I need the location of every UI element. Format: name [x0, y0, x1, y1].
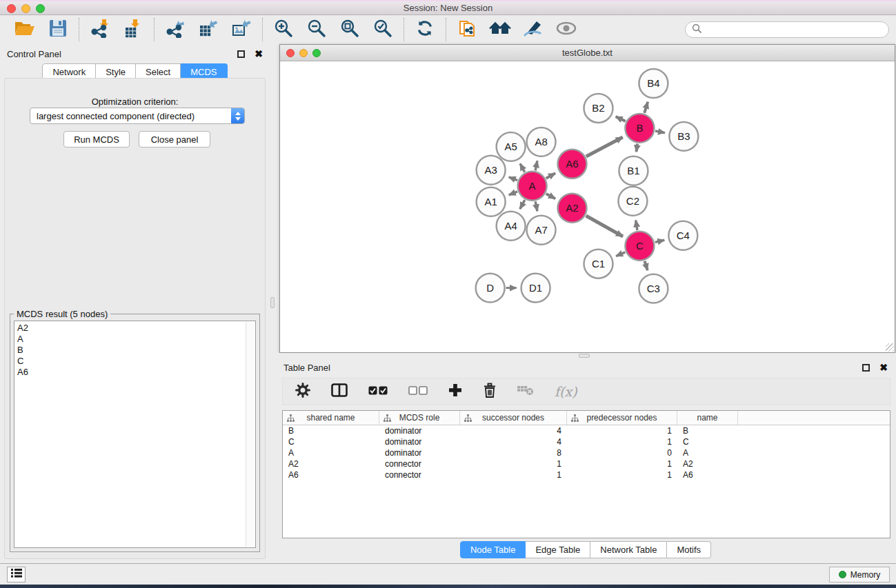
deselect-all-button[interactable]: [408, 385, 428, 398]
network-zoom-button[interactable]: [312, 49, 321, 57]
graph-edge-A-A1[interactable]: [509, 192, 517, 195]
close-window-button[interactable]: [7, 4, 16, 13]
graph-edge-C-C1[interactable]: [616, 252, 625, 256]
graph-node-B4[interactable]: B4: [639, 69, 668, 98]
graph-edge-A-A3[interactable]: [509, 177, 517, 181]
close-panel-icon[interactable]: ✖: [879, 363, 888, 372]
graph-edge-B-B4[interactable]: [644, 102, 648, 113]
graph-edge-B-B3[interactable]: [655, 131, 665, 133]
result-item-C[interactable]: C: [17, 356, 255, 367]
zoom-out-button[interactable]: [306, 19, 328, 40]
graph-node-A8[interactable]: A8: [527, 128, 556, 156]
column-header-name[interactable]: name: [677, 411, 738, 425]
graph-node-C1[interactable]: C1: [584, 250, 613, 278]
zoom-window-button[interactable]: [36, 4, 45, 13]
graph-node-B[interactable]: B: [625, 114, 654, 143]
graphics-details-button[interactable]: [522, 19, 544, 40]
network-minimize-button[interactable]: [299, 49, 308, 57]
table-row-A6[interactable]: A6connector11A6: [283, 469, 890, 480]
close-panel-button[interactable]: Close panel: [139, 131, 210, 148]
graph-node-C4[interactable]: C4: [668, 221, 697, 250]
graph-node-B2[interactable]: B2: [584, 94, 613, 123]
graph-edge-C-C2[interactable]: [636, 220, 637, 230]
graph-node-A7[interactable]: A7: [527, 216, 556, 245]
vertical-splitter[interactable]: [270, 44, 275, 563]
column-header-mcds-role[interactable]: MCDS role: [379, 411, 460, 425]
graph-edge-A-A4[interactable]: [520, 200, 525, 209]
window-resize-grip[interactable]: [886, 343, 894, 352]
graph-node-A4[interactable]: A4: [497, 212, 526, 241]
save-session-button[interactable]: [47, 19, 69, 40]
graph-edge-B-B1[interactable]: [636, 144, 637, 152]
network-overview-button[interactable]: [489, 19, 511, 40]
export-network-button[interactable]: [164, 19, 186, 40]
column-header-shared-name[interactable]: shared name: [283, 411, 379, 425]
graph-node-A2[interactable]: A2: [558, 194, 587, 223]
clone-network-button[interactable]: [456, 19, 478, 40]
graph-edge-A2-C[interactable]: [586, 216, 623, 236]
table-row-A[interactable]: Adominator80A: [283, 447, 890, 458]
table-row-A2[interactable]: A2connector11A2: [283, 458, 890, 469]
table-row-B[interactable]: Bdominator41B: [283, 425, 890, 436]
export-table-button[interactable]: [197, 19, 219, 40]
result-item-A6[interactable]: A6: [17, 367, 255, 378]
table-mode-button[interactable]: [331, 383, 348, 400]
memory-button[interactable]: Memory: [829, 567, 890, 582]
result-item-A[interactable]: A: [17, 334, 255, 345]
export-image-button[interactable]: [230, 19, 252, 40]
show-hide-annotations-button[interactable]: [555, 19, 577, 40]
zoom-selected-button[interactable]: [372, 19, 394, 40]
graph-node-C[interactable]: C: [625, 232, 654, 261]
search-input[interactable]: [705, 25, 882, 35]
column-header-predecessor-nodes[interactable]: predecessor nodes: [567, 411, 677, 425]
zoom-fit-button[interactable]: [339, 19, 361, 40]
close-panel-icon[interactable]: ✖: [255, 49, 263, 59]
import-table-button[interactable]: [122, 19, 144, 40]
graph-node-A3[interactable]: A3: [477, 156, 506, 185]
network-canvas[interactable]: AA1A2A3A4A5A6A7A8BB1B2B3B4CC1C2C3C4DD1: [280, 61, 895, 352]
graph-edge-A-A5[interactable]: [520, 163, 525, 172]
graph-edge-A-A6[interactable]: [546, 173, 555, 178]
table-row-C[interactable]: Cdominator41C: [283, 436, 890, 447]
graph-node-B3[interactable]: B3: [669, 122, 698, 151]
delete-columns-button[interactable]: [483, 383, 497, 401]
apply-layout-button[interactable]: [414, 19, 436, 40]
graph-edge-C-C3[interactable]: [645, 261, 648, 270]
result-scrollbar[interactable]: [246, 322, 255, 547]
graph-edge-C-C4[interactable]: [655, 240, 664, 242]
float-panel-icon[interactable]: [862, 364, 870, 372]
float-panel-icon[interactable]: [237, 50, 245, 58]
import-network-button[interactable]: [89, 19, 111, 40]
graph-edge-B-B2[interactable]: [616, 116, 626, 121]
graph-node-A1[interactable]: A1: [477, 187, 506, 216]
create-column-button[interactable]: [448, 383, 462, 400]
graph-node-A[interactable]: A: [518, 172, 547, 201]
graph-node-D1[interactable]: D1: [521, 274, 550, 303]
graph-edge-A-A7[interactable]: [535, 201, 537, 211]
table-tab-motifs[interactable]: Motifs: [667, 541, 711, 558]
graph-edge-A-A8[interactable]: [535, 161, 537, 170]
splitter-grip[interactable]: [270, 297, 275, 308]
splitter-grip[interactable]: [579, 354, 590, 358]
select-all-button[interactable]: [368, 385, 388, 398]
criterion-select[interactable]: largest connected component (directed): [30, 108, 245, 124]
minimize-window-button[interactable]: [21, 4, 30, 13]
table-tab-node-table[interactable]: Node Table: [460, 541, 526, 558]
table-tab-edge-table[interactable]: Edge Table: [526, 541, 590, 558]
network-close-button[interactable]: [286, 49, 295, 57]
graph-node-D[interactable]: D: [476, 274, 505, 303]
result-item-B[interactable]: B: [17, 345, 255, 356]
zoom-in-button[interactable]: [272, 19, 295, 40]
graph-edge-A6-B[interactable]: [586, 137, 623, 156]
column-settings-button[interactable]: [295, 383, 310, 401]
horizontal-splitter[interactable]: [275, 353, 896, 358]
open-session-button[interactable]: [14, 19, 36, 40]
graph-node-B1[interactable]: B1: [619, 156, 648, 185]
column-header-successor-nodes[interactable]: successor nodes: [460, 411, 567, 425]
task-history-button[interactable]: [7, 567, 26, 582]
table-tab-network-table[interactable]: Network Table: [590, 541, 667, 558]
result-item-A2[interactable]: A2: [17, 323, 255, 334]
graph-node-C3[interactable]: C3: [639, 274, 668, 303]
graph-node-A6[interactable]: A6: [558, 150, 587, 179]
graph-edge-A-A2[interactable]: [546, 194, 555, 199]
